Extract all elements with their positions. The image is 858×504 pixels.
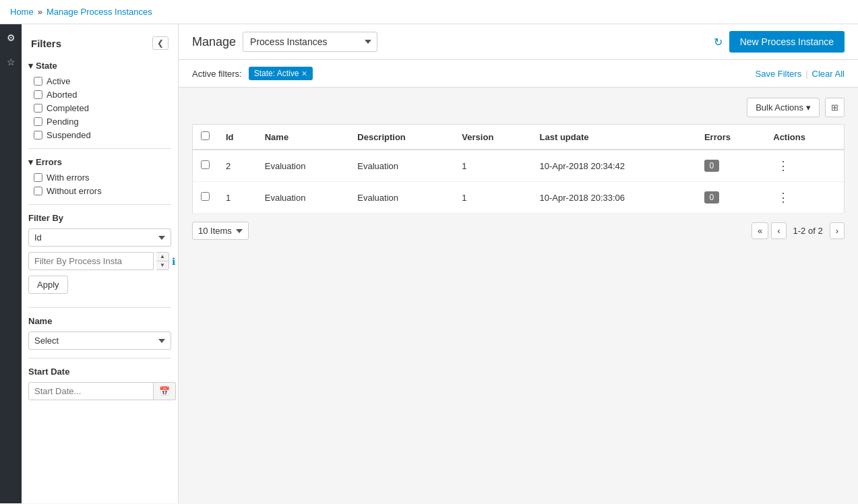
checkbox-active-label[interactable]: Active — [47, 76, 70, 86]
filters-bar: Active filters: State: Active ✕ Save Fil… — [179, 60, 858, 88]
checkbox-aborted-input[interactable] — [34, 90, 42, 99]
row-checkbox-1[interactable] — [201, 192, 210, 201]
bulk-actions-caret: ▾ — [806, 102, 811, 113]
sidebar-title: Filters — [31, 38, 61, 49]
pagination-nav: « ‹ 1-2 of 2 › — [752, 222, 845, 239]
filter-input-row: ▲ ▼ ℹ — [28, 252, 171, 270]
row-last-update: 10-Apr-2018 20:34:42 — [532, 150, 696, 182]
checkbox-suspended-input[interactable] — [34, 131, 42, 139]
row-actions-cell: ⋮ — [765, 182, 844, 214]
main-header: Manage Process Instances Jobs Tasks ↻ Ne… — [179, 24, 858, 60]
checkbox-suspended-label[interactable]: Suspended — [47, 130, 91, 140]
breadcrumb-home[interactable]: Home — [10, 7, 34, 17]
filter-by-input[interactable] — [28, 252, 154, 270]
select-all-checkbox[interactable] — [201, 131, 210, 140]
checkbox-active-input[interactable] — [34, 77, 42, 86]
state-caret: ▾ — [28, 61, 33, 71]
bulk-actions-btn[interactable]: Bulk Actions ▾ — [747, 98, 820, 117]
row-checkbox-cell — [193, 150, 218, 182]
row-id: 1 — [218, 182, 257, 214]
apply-btn[interactable]: Apply — [28, 276, 68, 294]
filter-by-select[interactable]: Id Name Status — [28, 228, 171, 247]
checkbox-completed-label[interactable]: Completed — [47, 103, 89, 113]
filter-icon[interactable]: ⚙ — [4, 30, 18, 46]
breadcrumb-current[interactable]: Manage Process Instances — [47, 7, 152, 17]
spinner-btns: ▲ ▼ — [156, 252, 169, 270]
name-select[interactable]: Select — [28, 332, 171, 350]
table-row: 2 Evaluation Evaluation 1 10-Apr-2018 20… — [193, 150, 845, 182]
star-icon[interactable]: ☆ — [4, 54, 18, 70]
checkbox-active: Active — [28, 76, 171, 86]
row-errors: 0 — [696, 150, 765, 182]
first-page-btn[interactable]: « — [752, 222, 768, 239]
col-errors: Errors — [696, 125, 765, 150]
checkbox-without-errors-input[interactable] — [34, 187, 42, 195]
checkbox-without-errors-label[interactable]: Without errors — [47, 186, 102, 196]
name-section: Name Select — [28, 316, 171, 350]
errors-section-title[interactable]: ▾ Errors — [28, 157, 171, 167]
spinner-up-btn[interactable]: ▲ — [156, 253, 168, 261]
row-last-update: 10-Apr-2018 20:33:06 — [532, 182, 696, 214]
sidebar-header: Filters ❮ — [28, 31, 171, 55]
sidebar-content: Filters ❮ ▾ State Active Aborted — [22, 24, 178, 503]
prev-page-btn[interactable]: ‹ — [771, 222, 786, 239]
new-process-btn[interactable]: New Process Instance — [729, 31, 845, 53]
manage-label: Manage — [192, 35, 236, 49]
col-version: Version — [454, 125, 531, 150]
row-checkbox-0[interactable] — [201, 160, 210, 169]
checkbox-aborted: Aborted — [28, 90, 171, 100]
checkbox-pending-label[interactable]: Pending — [47, 117, 79, 127]
state-section: ▾ State Active Aborted Completed P — [28, 61, 171, 140]
filter-tag-state-active: State: Active ✕ — [249, 67, 313, 80]
row-version: 1 — [454, 150, 531, 182]
col-checkbox — [193, 125, 218, 150]
refresh-btn[interactable]: ↻ — [714, 36, 723, 49]
info-icon[interactable]: ℹ — [172, 256, 175, 267]
col-id: Id — [218, 125, 257, 150]
checkbox-with-errors-label[interactable]: With errors — [47, 172, 90, 183]
checkbox-pending-input[interactable] — [34, 117, 42, 126]
sidebar: ⚙ ☆ Filters ❮ ▾ State Active Ab — [0, 24, 179, 503]
state-label: State — [36, 61, 57, 71]
bulk-actions-label: Bulk Actions — [756, 102, 803, 113]
manage-title-row: Manage Process Instances Jobs Tasks — [192, 32, 377, 52]
row-errors: 0 — [696, 182, 765, 214]
next-page-btn[interactable]: › — [830, 222, 845, 239]
filter-by-label: Filter By — [28, 213, 171, 223]
items-per-page-select[interactable]: 10 Items 20 Items 50 Items — [192, 222, 249, 240]
manage-dropdown-select[interactable]: Process Instances Jobs Tasks — [243, 32, 377, 52]
clear-all-link[interactable]: Clear All — [812, 69, 845, 79]
col-description: Description — [349, 125, 454, 150]
breadcrumb: Home » Manage Process Instances — [0, 0, 858, 24]
process-table: Id Name Description Version Last update … — [192, 124, 845, 214]
row-actions-menu-btn[interactable]: ⋮ — [773, 157, 793, 175]
state-section-title[interactable]: ▾ State — [28, 61, 171, 71]
divider-2 — [28, 204, 171, 205]
sidebar-collapse-btn[interactable]: ❮ — [152, 36, 168, 50]
col-actions: Actions — [765, 125, 844, 150]
checkbox-aborted-label[interactable]: Aborted — [47, 90, 78, 100]
calendar-btn[interactable]: 📅 — [154, 382, 176, 400]
pagination-row: 10 Items 20 Items 50 Items « ‹ 1-2 of 2 … — [192, 222, 845, 240]
checkbox-with-errors-input[interactable] — [34, 173, 42, 182]
error-badge: 0 — [704, 160, 719, 172]
start-date-input[interactable] — [28, 382, 154, 400]
row-actions-menu-btn[interactable]: ⋮ — [773, 189, 793, 206]
grid-view-btn[interactable]: ⊞ — [825, 98, 845, 117]
start-date-section: Start Date 📅 — [28, 367, 171, 400]
checkbox-pending: Pending — [28, 117, 171, 127]
filter-by-section: Filter By Id Name Status ▲ ▼ ℹ — [28, 213, 171, 299]
save-filters-link[interactable]: Save Filters — [756, 69, 802, 79]
filter-tag-remove[interactable]: ✕ — [301, 69, 307, 78]
row-actions-cell: ⋮ — [765, 150, 844, 182]
manage-dropdown: Process Instances Jobs Tasks — [243, 32, 377, 52]
row-checkbox-cell — [193, 182, 218, 214]
row-description: Evaluation — [349, 182, 454, 214]
checkbox-completed-input[interactable] — [34, 104, 42, 113]
errors-label: Errors — [36, 157, 62, 167]
table-row: 1 Evaluation Evaluation 1 10-Apr-2018 20… — [193, 182, 845, 214]
row-name: Evaluation — [257, 182, 350, 214]
checkbox-without-errors: Without errors — [28, 186, 171, 196]
spinner-down-btn[interactable]: ▼ — [156, 261, 168, 270]
divider-3 — [28, 307, 171, 308]
